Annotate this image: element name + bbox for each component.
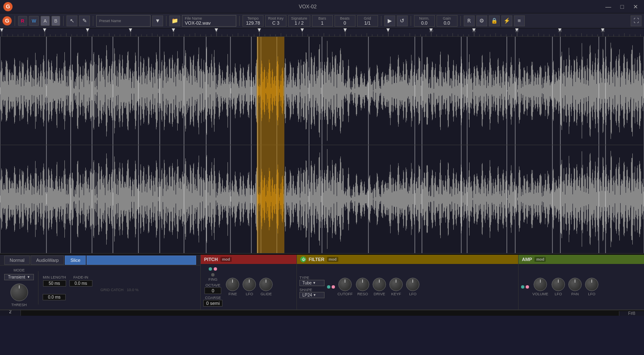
title-bar: G VOX-02 — □ ✕ [0, 0, 644, 13]
pan-knob[interactable] [568, 278, 582, 291]
window-controls: — □ ✕ [603, 3, 641, 11]
minimize-button[interactable]: — [603, 3, 614, 11]
min-length-label: MIN LENGTH [43, 275, 66, 279]
pitch-title: PITCH [204, 257, 218, 262]
waveform-area[interactable] [0, 37, 644, 253]
root-key-value: C 3 [272, 20, 279, 25]
drive-label: DRIVE [374, 292, 386, 296]
loop-btn[interactable]: ↺ [397, 15, 408, 26]
octave-label: OCTAVE [205, 283, 220, 287]
file-field[interactable]: File Name VOX-02.wav [182, 15, 236, 27]
amp-lfo1-knob[interactable] [552, 278, 565, 291]
settings-btn[interactable]: ⚙ [476, 15, 487, 26]
amp-header: AMP mod [519, 255, 644, 264]
signature-box[interactable]: Signature 1 / 2 [288, 15, 310, 27]
pitch-mod-btn[interactable]: mod [220, 257, 232, 262]
octave-val[interactable]: 0 [204, 287, 221, 294]
preset-down-arrow[interactable]: ▼ [152, 15, 163, 26]
beats-label: Beats [340, 16, 350, 20]
beats-box[interactable]: Beats 0 [335, 15, 355, 27]
fade-in-val[interactable]: 0.0 ms [69, 280, 92, 287]
record-btn[interactable]: R [18, 16, 27, 26]
fine-knob-group: FINE [226, 278, 239, 296]
maximize-button[interactable]: □ [618, 3, 626, 11]
shape-select[interactable]: LP24▼ [299, 292, 325, 298]
b-btn[interactable]: B [51, 16, 60, 26]
beats-value: 0 [344, 20, 346, 25]
waveform-canvas [0, 37, 644, 253]
preset-field[interactable]: Preset Name [96, 15, 151, 27]
lock-btn[interactable]: 🔒 [489, 15, 500, 26]
filter-power-btn[interactable]: ⏻ [300, 256, 306, 262]
cursor-tool[interactable]: ↖ [66, 15, 77, 26]
toolbar-divider-1 [15, 16, 15, 26]
fine-knob[interactable] [226, 278, 239, 291]
gain-value: 0.0 [444, 20, 450, 25]
file-name: VOX-02.wav [185, 20, 233, 25]
app-logo: G [3, 2, 13, 11]
fade-in-label: FADE-IN [74, 275, 89, 279]
thresh-label: THRESH [11, 303, 27, 307]
filter-mod-btn[interactable]: mod [327, 257, 338, 262]
coarse-val[interactable]: 0 semi [203, 300, 222, 307]
bottom-panel: Normal AudioWarp Slice MODE Transient ▼ … [0, 254, 644, 316]
audiowarp-tab[interactable]: AudioWarp [31, 256, 64, 265]
lines-btn[interactable]: ≡ [514, 15, 525, 26]
write-btn[interactable]: W [29, 16, 39, 26]
glide-knob[interactable] [259, 278, 273, 291]
filter-body: TYPE Tube▼ SHAPE LP24▼ [297, 264, 518, 309]
min-length-val[interactable]: 50 ms [43, 280, 66, 287]
piano-keyboard: PB 2 F#8 [0, 309, 644, 316]
app-icon-btn[interactable]: G [3, 16, 12, 25]
slice-tab[interactable]: Slice [65, 256, 86, 265]
pitch-dot-1 [209, 267, 212, 271]
pencil-tool[interactable]: ✎ [79, 15, 90, 26]
cutoff-label: CUTOFF [337, 292, 353, 296]
folder-icon[interactable]: 📁 [169, 15, 180, 26]
amp-lfo2-label: LFO [588, 292, 595, 296]
root-key-box[interactable]: Root Key C 3 [265, 15, 286, 27]
type-select[interactable]: Tube▼ [299, 280, 325, 286]
reverse-btn[interactable]: R [464, 15, 475, 26]
lfo-knob-pitch[interactable] [243, 278, 256, 291]
norm-box[interactable]: Norm. 0.0 [414, 15, 435, 27]
play-btn[interactable]: ▶ [384, 15, 395, 26]
amp-lfo2-knob[interactable] [585, 278, 598, 291]
thresh-knob[interactable] [10, 284, 28, 301]
lfo-label-pitch: LFO [246, 292, 253, 296]
h-scrollbar[interactable]: + [0, 253, 644, 254]
cutoff-knob[interactable] [338, 278, 352, 291]
amp-title: AMP [522, 257, 532, 262]
drive-knob[interactable] [373, 278, 386, 291]
fine-label: FINE [228, 292, 237, 296]
lfo-knob-group-pitch: LFO [243, 278, 256, 296]
grid-box[interactable]: Grid 1/1 [357, 15, 378, 27]
lfo-knob-filter[interactable] [406, 278, 419, 291]
root-key-label: Root Key [268, 16, 284, 20]
keyf-label: KEYF [391, 292, 401, 296]
volume-knob[interactable] [534, 278, 547, 291]
reso-label: RESO [358, 292, 368, 296]
reso-knob[interactable] [356, 278, 369, 291]
grid-catch-val: 10.0 % [127, 288, 138, 292]
mode-select[interactable]: Transient ▼ [4, 274, 34, 280]
toolbar-divider-7 [411, 16, 411, 26]
pb-val: 2 [9, 309, 12, 314]
lfo-knob-group-filter: LFO [406, 278, 419, 296]
amp-mod-btn[interactable]: mod [534, 257, 546, 262]
bars-box[interactable]: Bars 1 [312, 15, 333, 27]
a-btn[interactable]: A [41, 16, 49, 26]
filter-header: ⏻ FILTER mod [297, 255, 518, 264]
normal-tab[interactable]: Normal [4, 256, 30, 265]
fade-out-val[interactable]: 0.0 ms [43, 294, 66, 300]
bars-value: 1 [321, 20, 324, 25]
lfo-label-filter: LFO [409, 292, 417, 296]
close-button[interactable]: ✕ [631, 3, 641, 11]
pan-knob-group: PAN [568, 278, 582, 296]
fullscreen-btn[interactable]: ⛶ [631, 15, 641, 26]
gain-box[interactable]: Gain 0.0 [437, 15, 457, 27]
toolbar-divider-3 [93, 16, 93, 26]
tempo-box[interactable]: Tempo 129.78 [243, 15, 263, 27]
keyf-knob[interactable] [389, 278, 403, 291]
snap-btn[interactable]: ⚡ [501, 15, 512, 26]
